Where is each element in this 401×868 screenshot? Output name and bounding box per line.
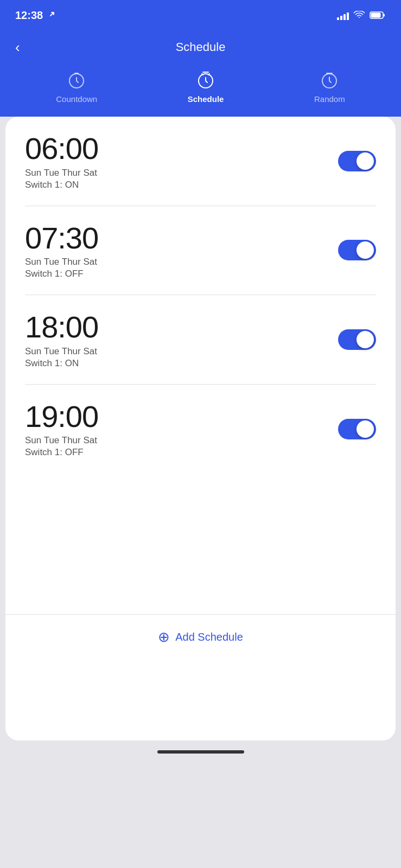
schedule-time: 19:00	[25, 400, 338, 433]
add-circle-icon: ⊕	[158, 630, 170, 644]
toggle-knob-1	[357, 152, 374, 170]
schedule-days: Sun Tue Thur Sat	[25, 435, 338, 446]
schedule-time: 06:00	[25, 132, 338, 165]
schedule-tab-label: Schedule	[188, 94, 224, 104]
random-tab-icon	[319, 69, 340, 91]
wifi-icon	[353, 11, 365, 20]
battery-icon	[370, 11, 386, 20]
spacer	[5, 473, 396, 614]
schedule-days: Sun Tue Thur Sat	[25, 346, 338, 357]
status-icons	[337, 10, 386, 20]
add-schedule-button[interactable]: ⊕ Add Schedule	[5, 614, 396, 655]
schedule-switch: Switch 1: OFF	[25, 269, 338, 279]
add-schedule-label: Add Schedule	[175, 631, 243, 643]
random-tab-label: Random	[314, 94, 345, 104]
tab-schedule[interactable]: Schedule	[188, 69, 224, 104]
schedule-time: 18:00	[25, 310, 338, 344]
status-bar: 12:38	[0, 0, 401, 28]
schedule-time: 07:30	[25, 221, 338, 255]
back-button[interactable]: ‹	[15, 39, 20, 56]
svg-rect-1	[383, 14, 385, 17]
toggle-knob-4	[357, 420, 374, 438]
schedule-item: 06:00 Sun Tue Thur Sat Switch 1: ON	[5, 117, 396, 206]
schedule-switch: Switch 1: ON	[25, 180, 338, 190]
schedule-days: Sun Tue Thur Sat	[25, 257, 338, 267]
tab-countdown[interactable]: Countdown	[56, 69, 97, 104]
schedule-switch: Switch 1: ON	[25, 358, 338, 369]
schedule-info: 07:30 Sun Tue Thur Sat Switch 1: OFF	[25, 221, 338, 280]
countdown-tab-icon	[66, 69, 87, 91]
schedule-tab-icon	[195, 69, 217, 91]
signal-icon	[337, 10, 349, 20]
svg-rect-2	[371, 13, 381, 18]
schedule-days: Sun Tue Thur Sat	[25, 168, 338, 178]
toggle-switch-3[interactable]	[338, 329, 376, 350]
schedule-item: 18:00 Sun Tue Thur Sat Switch 1: ON	[5, 295, 396, 384]
schedule-info: 19:00 Sun Tue Thur Sat Switch 1: OFF	[25, 400, 338, 458]
status-time: 12:38	[15, 9, 55, 22]
schedule-info: 18:00 Sun Tue Thur Sat Switch 1: ON	[25, 310, 338, 369]
toggle-knob-3	[357, 331, 374, 348]
tab-bar: Countdown Schedule Random	[0, 61, 401, 117]
toggle-switch-4[interactable]	[338, 419, 376, 439]
schedule-item: 19:00 Sun Tue Thur Sat Switch 1: OFF	[5, 385, 396, 474]
clock-display: 12:38	[15, 9, 43, 22]
schedule-switch: Switch 1: OFF	[25, 447, 338, 458]
home-indicator	[157, 750, 244, 754]
toggle-knob-2	[357, 241, 374, 259]
header: ‹ Schedule	[0, 28, 401, 61]
location-icon	[47, 11, 55, 19]
countdown-tab-label: Countdown	[56, 94, 97, 104]
toggle-switch-1[interactable]	[338, 151, 376, 171]
schedule-info: 06:00 Sun Tue Thur Sat Switch 1: ON	[25, 132, 338, 190]
toggle-switch-2[interactable]	[338, 240, 376, 260]
schedule-item: 07:30 Sun Tue Thur Sat Switch 1: OFF	[5, 206, 396, 295]
content-card: 06:00 Sun Tue Thur Sat Switch 1: ON 07:3…	[5, 117, 396, 741]
tab-random[interactable]: Random	[314, 69, 345, 104]
page-title: Schedule	[176, 40, 226, 54]
